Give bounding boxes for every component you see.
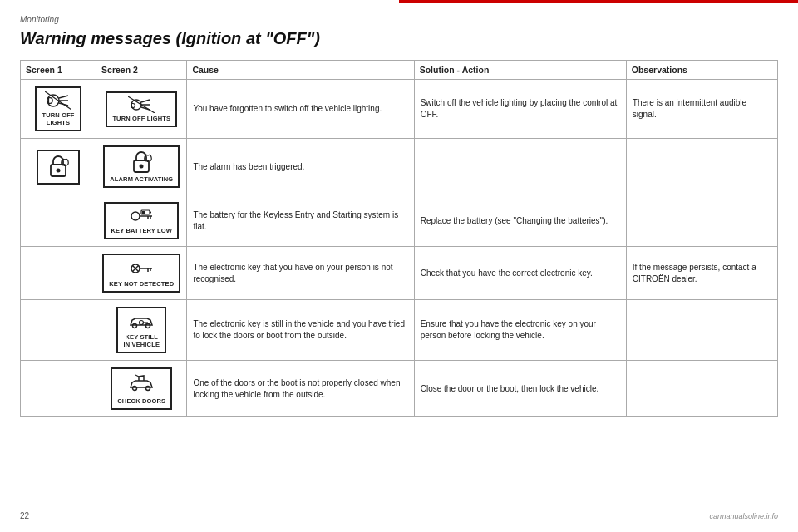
- observation-cell: There is an intermittent audible signal.: [626, 80, 777, 139]
- observation-cell: [626, 361, 777, 417]
- col-header-screen1: Screen 1: [21, 61, 96, 80]
- cause-cell: The alarm has been triggered.: [187, 139, 414, 195]
- svg-rect-24: [142, 211, 145, 214]
- alarm-activating-icon: ALARM ACTIVATING: [103, 145, 180, 188]
- screen1-empty-cell: [21, 361, 96, 417]
- key-battery-low-icon: KEY BATTERY LOW: [104, 202, 179, 239]
- key-not-detected-label: KEY NOT DETECTED: [109, 280, 174, 288]
- svg-point-16: [140, 165, 144, 169]
- observation-cell: [626, 195, 777, 247]
- table-row: ALARM ACTIVATING The alarm has been trig…: [21, 139, 778, 195]
- top-bar: [399, 0, 798, 3]
- table-row: KEY NOT DETECTED The electronic key that…: [21, 247, 778, 300]
- svg-point-36: [133, 387, 137, 391]
- cause-cell: The electronic key that you have on your…: [187, 247, 414, 300]
- solution-cell: Check that you have the correct electron…: [414, 247, 626, 300]
- cause-cell: The electronic key is still in the vehic…: [187, 300, 414, 361]
- key-not-detected-icon: KEY NOT DETECTED: [102, 254, 180, 293]
- screen2-icon-cell: D TURN OFF LIGHTS: [96, 80, 187, 139]
- check-doors-icon: CHECK DOORS: [111, 367, 172, 410]
- turn-off-lights-label: TURN OFF LIGHTS: [112, 115, 170, 122]
- turn-off-icon: D TURN OFFLIGHTS: [35, 86, 81, 131]
- screen2-keystill-cell: KEY STILLIN VEHICLE: [96, 300, 187, 361]
- solution-cell: Switch off the vehicle lighting by placi…: [414, 80, 626, 139]
- solution-cell: [414, 139, 626, 195]
- screen1-empty-cell: [21, 300, 96, 361]
- svg-line-7: [141, 100, 150, 102]
- cause-cell: You have forgotten to switch off the veh…: [187, 80, 414, 139]
- screen1-icon-cell: D TURN OFFLIGHTS: [21, 80, 96, 139]
- turn-off-label: TURN OFFLIGHTS: [42, 111, 74, 126]
- col-header-observations: Observations: [626, 61, 777, 80]
- col-header-cause: Cause: [187, 61, 414, 80]
- svg-point-31: [133, 324, 137, 328]
- table-row: KEY STILLIN VEHICLE The electronic key i…: [21, 300, 778, 361]
- screen1-empty-cell: [21, 247, 96, 300]
- svg-rect-23: [150, 212, 151, 214]
- observation-cell: [626, 300, 777, 361]
- svg-line-1: [59, 96, 68, 98]
- svg-text:D: D: [47, 96, 53, 106]
- solution-cell: Ensure that you have the electronic key …: [414, 300, 626, 361]
- svg-point-18: [131, 212, 140, 220]
- svg-point-33: [140, 321, 144, 325]
- key-still-in-vehicle-label: KEY STILLIN VEHICLE: [123, 333, 160, 348]
- turn-off-lights-icon: D TURN OFF LIGHTS: [106, 91, 177, 127]
- svg-point-37: [146, 387, 150, 391]
- observation-cell: [626, 139, 777, 195]
- solution-cell: Close the door or the boot, then lock th…: [414, 361, 626, 417]
- page-title: Warning messages (Ignition at "OFF"): [20, 29, 778, 48]
- check-doors-label: CHECK DOORS: [117, 397, 165, 405]
- screen2-alarm-cell: ALARM ACTIVATING: [96, 139, 187, 195]
- solution-cell: Replace the battery (see "Changing the b…: [414, 195, 626, 247]
- table-row: KEY BATTERY LOW The battery for the Keyl…: [21, 195, 778, 247]
- screen2-keybattery-cell: KEY BATTERY LOW: [96, 195, 187, 247]
- key-still-in-vehicle-icon: KEY STILLIN VEHICLE: [116, 307, 166, 353]
- warning-table: Screen 1 Screen 2 Cause Solution - Actio…: [20, 60, 778, 417]
- alarm-activating-label: ALARM ACTIVATING: [110, 175, 173, 183]
- alarm-screen1-icon: [37, 150, 80, 185]
- svg-point-13: [57, 168, 61, 172]
- cause-cell: The battery for the Keyless Entry and St…: [187, 195, 414, 247]
- key-battery-low-label: KEY BATTERY LOW: [111, 227, 172, 234]
- table-row: CHECK DOORS One of the doors or the boot…: [21, 361, 778, 417]
- svg-text:D: D: [131, 101, 136, 110]
- observation-cell: If the message persists, contact a CITRO…: [626, 247, 777, 300]
- cause-cell: One of the doors or the boot is not prop…: [187, 361, 414, 417]
- section-label: Monitoring: [20, 15, 778, 24]
- screen2-checkdoors-cell: CHECK DOORS: [96, 361, 187, 417]
- screen1-alarm-cell: [21, 139, 96, 195]
- svg-line-38: [135, 375, 139, 377]
- col-header-solution: Solution - Action: [414, 61, 626, 80]
- screen1-empty-cell: [21, 195, 96, 247]
- col-header-screen2: Screen 2: [96, 61, 187, 80]
- screen2-keynotdetected-cell: KEY NOT DETECTED: [96, 247, 187, 300]
- table-row: D TURN OFFLIGHTS D TURN O: [21, 80, 778, 139]
